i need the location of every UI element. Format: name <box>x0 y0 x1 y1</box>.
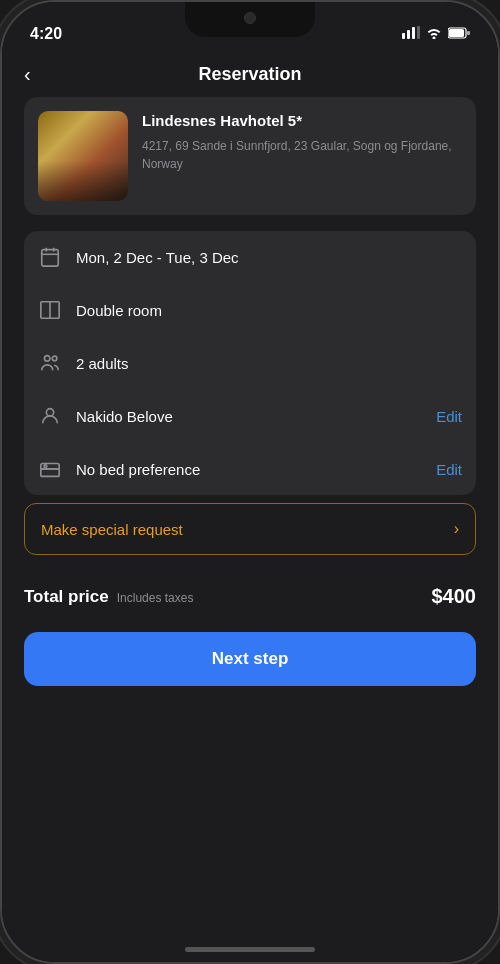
hotel-card: Lindesnes Havhotel 5* 4217, 69 Sande i S… <box>24 97 476 215</box>
svg-point-15 <box>46 409 53 416</box>
bed-preference-text: No bed preference <box>76 461 422 478</box>
back-button[interactable]: ‹ <box>24 63 31 86</box>
special-request-row[interactable]: Make special request › <box>24 503 476 555</box>
hotel-address: 4217, 69 Sande i Sunnfjord, 23 Gaular, S… <box>142 137 462 173</box>
svg-rect-6 <box>467 31 470 35</box>
svg-rect-16 <box>41 469 59 476</box>
guest-name-edit-button[interactable]: Edit <box>436 408 462 425</box>
guests-row: 2 adults <box>38 337 462 390</box>
page-content: Lindesnes Havhotel 5* 4217, 69 Sande i S… <box>2 97 498 706</box>
notch <box>185 2 315 37</box>
svg-rect-0 <box>402 33 405 39</box>
bed-preference-edit-button[interactable]: Edit <box>436 461 462 478</box>
person-icon <box>38 404 62 428</box>
total-price-label: Total price <box>24 587 109 607</box>
phone-frame: 4:20 <box>0 0 500 964</box>
bed-preference-row: No bed preference Edit <box>38 443 462 495</box>
room-type-row: Double room <box>38 284 462 337</box>
status-time: 4:20 <box>30 25 62 43</box>
signal-icon <box>402 26 420 42</box>
details-section: Mon, 2 Dec - Tue, 3 Dec Double room <box>24 231 476 495</box>
hotel-name: Lindesnes Havhotel 5* <box>142 111 462 131</box>
svg-rect-7 <box>42 250 59 266</box>
guest-name-text: Nakido Belove <box>76 408 422 425</box>
svg-rect-2 <box>412 27 415 39</box>
hotel-image-overlay <box>38 161 128 201</box>
phone-screen: 4:20 <box>2 2 498 962</box>
svg-rect-1 <box>407 30 410 39</box>
total-amount: $400 <box>432 585 477 608</box>
bed-icon <box>38 457 62 481</box>
page-header: ‹ Reservation <box>2 52 498 97</box>
camera-dot <box>244 12 256 24</box>
includes-tax-label: Includes taxes <box>117 591 194 605</box>
total-price-section: Total price Includes taxes $400 <box>24 585 476 632</box>
next-step-button[interactable]: Next step <box>24 632 476 686</box>
dates-row: Mon, 2 Dec - Tue, 3 Dec <box>38 231 462 284</box>
wifi-icon <box>426 26 442 42</box>
calendar-icon <box>38 245 62 269</box>
battery-icon <box>448 27 470 42</box>
page-title: Reservation <box>198 64 301 85</box>
room-icon <box>38 298 62 322</box>
guest-name-row: Nakido Belove Edit <box>38 390 462 443</box>
svg-point-14 <box>52 356 57 361</box>
svg-point-13 <box>45 356 51 362</box>
home-indicator <box>185 947 315 952</box>
svg-rect-3 <box>417 26 420 39</box>
hotel-info: Lindesnes Havhotel 5* 4217, 69 Sande i S… <box>142 111 462 201</box>
guests-text: 2 adults <box>76 355 462 372</box>
chevron-right-icon: › <box>454 520 459 538</box>
svg-point-17 <box>44 465 47 468</box>
dates-text: Mon, 2 Dec - Tue, 3 Dec <box>76 249 462 266</box>
special-request-label: Make special request <box>41 521 183 538</box>
hotel-image <box>38 111 128 201</box>
total-label-group: Total price Includes taxes <box>24 587 193 607</box>
room-type-text: Double room <box>76 302 462 319</box>
guests-icon <box>38 351 62 375</box>
status-icons <box>402 26 470 42</box>
svg-rect-5 <box>449 29 464 37</box>
